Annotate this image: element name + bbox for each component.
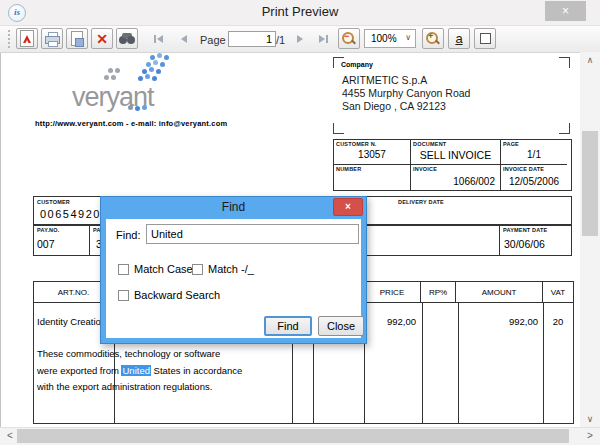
binoculars-icon bbox=[119, 33, 135, 44]
vertical-scroll-thumb[interactable] bbox=[582, 131, 598, 236]
company-name: ARITMETIC S.p.A bbox=[342, 74, 470, 87]
pay-no-cell: PAY.NO. 007 bbox=[34, 225, 90, 255]
company-city: San Diego , CA 92123 bbox=[342, 100, 470, 113]
next-page-button[interactable] bbox=[290, 28, 310, 49]
find-text-input[interactable] bbox=[146, 224, 359, 244]
printer-icon bbox=[45, 32, 60, 46]
horizontal-scroll-thumb[interactable] bbox=[17, 429, 569, 443]
meta-document: DOCUMENT SELL INVOICE bbox=[411, 140, 501, 165]
previous-page-button[interactable] bbox=[174, 28, 194, 49]
invoice-meta-grid: CUSTOMER N. 13057 DOCUMENT SELL INVOICE … bbox=[333, 139, 572, 191]
zoom-out-button[interactable]: − bbox=[338, 28, 360, 49]
zoom-in-button[interactable]: + bbox=[422, 28, 444, 49]
page-number-input[interactable] bbox=[228, 31, 276, 47]
scroll-right-arrow[interactable]: > bbox=[582, 428, 598, 444]
previous-page-icon bbox=[181, 35, 187, 43]
chevron-down-icon: ∨ bbox=[405, 33, 411, 42]
zoom-out-icon: − bbox=[341, 31, 357, 47]
export-page-button[interactable] bbox=[66, 28, 88, 49]
window-close-button[interactable]: × bbox=[545, 1, 586, 21]
toolbar-grip bbox=[8, 30, 10, 48]
text-search-button[interactable]: a bbox=[448, 28, 470, 49]
zoom-level-select[interactable]: 100% ∨ bbox=[364, 29, 416, 48]
note-line-1: These commodities, technology or softwar… bbox=[37, 346, 242, 363]
window-title: Print Preview bbox=[0, 4, 600, 19]
header-vat: VAT bbox=[543, 282, 573, 302]
delivery-date-cell: DELIVERY DATE bbox=[354, 197, 571, 225]
meta-number: NUMBER bbox=[334, 165, 411, 190]
find-dialog-title: Find bbox=[101, 200, 366, 214]
delete-x-icon: ✕ bbox=[96, 32, 108, 46]
company-address: ARITMETIC S.p.A 4455 Murphy Canyon Road … bbox=[342, 74, 470, 113]
vertical-scrollbar[interactable]: ∧ ∨ bbox=[580, 52, 600, 427]
note-line-2: were exported from United States in acco… bbox=[37, 363, 242, 380]
square-icon bbox=[480, 33, 491, 44]
item-vat: 20 bbox=[543, 316, 573, 327]
export-pdf-button[interactable] bbox=[16, 28, 38, 49]
find-dialog-body: Find: Match Case Match -/_ Backward Sear… bbox=[106, 219, 361, 338]
last-page-icon bbox=[319, 35, 325, 43]
company-label: Company bbox=[341, 61, 373, 68]
match-special-checkbox[interactable] bbox=[192, 264, 203, 275]
header-price: PRICE bbox=[364, 282, 421, 302]
find-confirm-button[interactable]: Find bbox=[264, 316, 312, 336]
note-line-3: with the export administration regulatio… bbox=[37, 379, 242, 396]
meta-invoice: INVOICE 1066/002 bbox=[411, 165, 501, 190]
page-export-icon bbox=[71, 31, 83, 46]
zoom-level-value: 100% bbox=[371, 33, 397, 44]
print-button[interactable] bbox=[41, 28, 63, 49]
search-match-highlight: United bbox=[121, 365, 150, 376]
header-amount: AMOUNT bbox=[456, 282, 543, 302]
page-fit-button[interactable] bbox=[474, 28, 496, 49]
payment-date-cell: PAYMENT DATE 30/06/06 bbox=[500, 225, 571, 255]
contact-line: http://www.veryant.com - e-mail: info@ve… bbox=[35, 119, 227, 128]
match-case-label: Match Case bbox=[134, 263, 193, 275]
match-special-label: Match -/_ bbox=[208, 263, 254, 275]
veryant-logo-dots bbox=[150, 55, 155, 60]
meta-invoice-date: INVOICE DATE 12/05/2006 bbox=[501, 165, 567, 190]
toolbar: ✕ Page /1 − 100% ∨ bbox=[0, 26, 600, 53]
print-preview-window: is Print Preview × ✕ Page /1 bbox=[0, 0, 600, 445]
pdf-icon bbox=[20, 30, 34, 47]
find-field-label: Find: bbox=[116, 229, 140, 241]
meta-customer-n: CUSTOMER N. 13057 bbox=[334, 140, 411, 165]
veryant-logo: veryant bbox=[72, 82, 154, 113]
scroll-down-arrow[interactable]: ∨ bbox=[580, 411, 600, 427]
find-dialog: Find × Find: Match Case Match -/_ Backwa… bbox=[100, 196, 367, 344]
item-price: 992,00 bbox=[364, 316, 416, 327]
backward-search-checkbox[interactable] bbox=[118, 290, 129, 301]
first-page-button[interactable] bbox=[148, 28, 168, 49]
item-amount: 992,00 bbox=[456, 316, 538, 327]
match-case-checkbox[interactable] bbox=[118, 264, 129, 275]
item-description: Identity Creation bbox=[37, 316, 106, 327]
page-total-label: /1 bbox=[276, 34, 285, 46]
next-page-icon bbox=[297, 35, 303, 43]
scroll-up-arrow[interactable]: ∧ bbox=[580, 52, 600, 68]
find-button-toolbar[interactable] bbox=[116, 28, 138, 49]
delete-button[interactable]: ✕ bbox=[91, 28, 113, 49]
page-label: Page bbox=[200, 34, 226, 46]
export-note: These commodities, technology or softwar… bbox=[37, 346, 242, 396]
backward-search-label: Backward Search bbox=[134, 289, 220, 301]
title-bar: is Print Preview × bbox=[0, 0, 600, 26]
last-page-button[interactable] bbox=[314, 28, 334, 49]
scroll-left-arrow[interactable]: < bbox=[2, 428, 18, 444]
zoom-in-icon: + bbox=[425, 31, 441, 47]
meta-page: PAGE 1/1 bbox=[501, 140, 567, 165]
find-cancel-button[interactable]: Close bbox=[318, 316, 364, 336]
horizontal-scrollbar[interactable]: < > bbox=[0, 427, 600, 445]
first-page-icon bbox=[154, 35, 156, 43]
find-dialog-close-button[interactable]: × bbox=[333, 198, 363, 216]
company-street: 4455 Murphy Canyon Road bbox=[342, 87, 470, 100]
header-rp: RP% bbox=[421, 282, 456, 302]
letter-a-icon: a bbox=[455, 32, 462, 45]
